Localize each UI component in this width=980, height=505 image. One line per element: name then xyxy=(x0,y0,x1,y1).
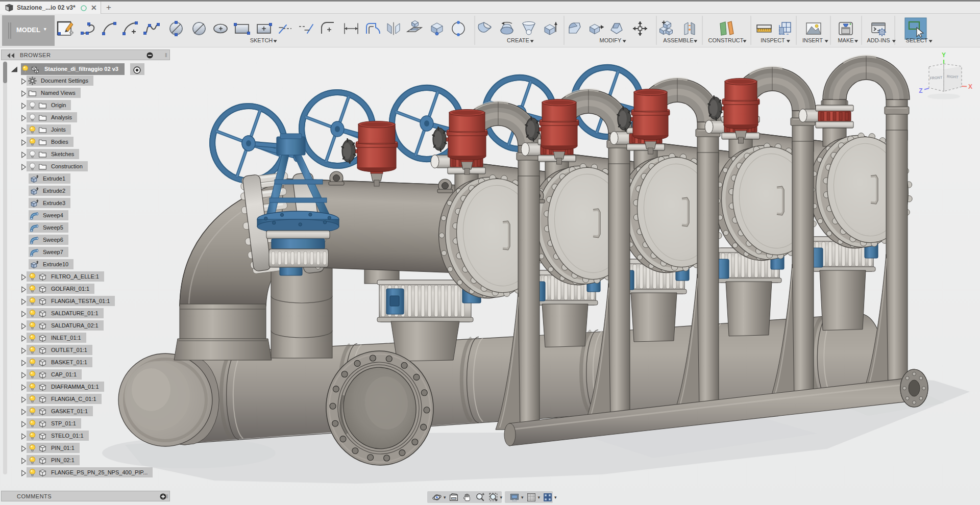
svg-text:SELECT: SELECT xyxy=(906,37,928,43)
svg-text:MODIFY: MODIFY xyxy=(600,37,622,43)
svg-text:INSERT: INSERT xyxy=(802,37,823,43)
svg-text:ASSEMBLE: ASSEMBLE xyxy=(663,37,693,43)
svg-text:X: X xyxy=(968,83,972,90)
svg-text:ADD-INS: ADD-INS xyxy=(867,37,890,43)
svg-text:RIGHT: RIGHT xyxy=(947,74,959,80)
svg-text:Z: Z xyxy=(919,87,922,94)
svg-text:CREATE: CREATE xyxy=(507,37,529,43)
svg-text:SKETCH: SKETCH xyxy=(250,37,273,43)
svg-text:Y: Y xyxy=(942,52,946,59)
svg-text:FRONT: FRONT xyxy=(929,75,943,81)
svg-text:MAKE: MAKE xyxy=(838,37,853,43)
svg-text:INSPECT: INSPECT xyxy=(761,37,785,43)
svg-text:CONSTRUCT: CONSTRUCT xyxy=(708,37,743,43)
